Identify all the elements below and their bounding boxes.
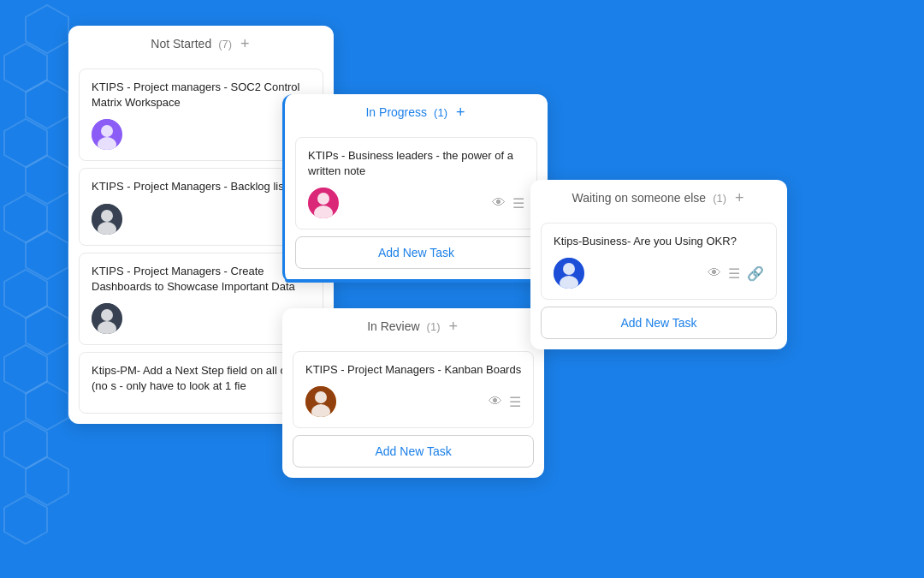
svg-marker-13 [4, 496, 47, 544]
task-title-ns2: KTIPS - Project Managers - Backlog list [92, 179, 311, 194]
column-in-review-add-button[interactable]: + [447, 319, 460, 334]
eye-icon: 👁 [489, 394, 502, 409]
task-footer-ns1: 👁 [92, 119, 311, 150]
svg-point-30 [563, 263, 575, 275]
task-title-ns3: KTIPS - Project Managers - Create Dashbo… [92, 264, 311, 295]
column-in-review-body: KTIPS - Project Managers - Kanban Boards… [282, 344, 544, 478]
column-waiting-count: (1) [713, 192, 726, 205]
progress-bar-accent [285, 279, 548, 283]
task-footer-ir1: 👁 ☰ [305, 386, 521, 417]
avatar-ir1 [305, 386, 336, 417]
task-icons-ir1: 👁 ☰ [489, 394, 521, 410]
link-icon: 🔗 [747, 265, 764, 282]
avatar-ns2 [92, 204, 122, 235]
column-in-progress-count: (1) [434, 106, 447, 119]
column-waiting-add-button[interactable]: + [733, 190, 746, 206]
column-waiting-body: Ktips-Business- Are you Using OKR? 👁 ☰ 🔗 [530, 216, 787, 349]
task-icons-w1: 👁 ☰ 🔗 [708, 265, 764, 282]
column-not-started-add-button[interactable]: + [239, 36, 252, 51]
column-waiting: Waiting on someone else (1) + Ktips-Busi… [530, 180, 787, 349]
avatar-ns3 [92, 303, 122, 334]
column-in-progress-title: In Progress [365, 105, 427, 119]
column-waiting-title: Waiting on someone else [572, 191, 706, 205]
task-title-ns1: KTIPS - Project managers - SOC2 Control … [92, 80, 311, 110]
column-in-progress-add-button[interactable]: + [454, 104, 467, 120]
svg-point-21 [101, 309, 113, 321]
column-in-review: In Review (1) + KTIPS - Project Managers… [282, 308, 544, 478]
task-footer-ns3: 👁 [92, 303, 311, 334]
task-card-ir1: KTIPS - Project Managers - Kanban Boards… [293, 351, 534, 428]
doc-icon: ☰ [728, 265, 740, 282]
column-not-started-title: Not Started [151, 37, 211, 51]
column-not-started-header: Not Started (7) + [68, 26, 334, 62]
eye-icon: 👁 [708, 265, 721, 281]
kanban-board: Not Started (7) + KTIPS - Project manage… [68, 26, 898, 552]
column-in-progress-body: KTIPs - Business leaders - the power of … [285, 130, 548, 279]
avatar-ns1 [92, 119, 122, 150]
task-title-ns4: Ktips-PM- Add a Next Step field on all o… [92, 363, 311, 394]
task-title-ir1: KTIPS - Project Managers - Kanban Boards [305, 362, 521, 378]
column-waiting-header: Waiting on someone else (1) + [530, 180, 787, 216]
column-in-review-header: In Review (1) + [282, 308, 544, 344]
add-task-button-waiting[interactable]: Add New Task [541, 307, 777, 339]
svg-point-18 [101, 210, 113, 222]
column-not-started-count: (7) [218, 38, 232, 51]
doc-icon: ☰ [512, 195, 524, 212]
task-title-ip1: KTIPs - Business leaders - the power of … [308, 148, 524, 179]
column-in-review-title: In Review [367, 319, 419, 333]
avatar-w1 [554, 258, 584, 289]
column-in-review-count: (1) [427, 320, 441, 333]
task-footer-ip1: 👁 ☰ [308, 188, 524, 218]
task-footer-ns2: 👁 [92, 204, 311, 235]
task-title-w1: Ktips-Business- Are you Using OKR? [554, 234, 764, 249]
eye-icon: 👁 [492, 195, 506, 211]
column-in-progress-header: In Progress (1) + [285, 94, 548, 130]
svg-marker-0 [26, 5, 68, 53]
task-icons-ip1: 👁 ☰ [492, 195, 524, 212]
avatar-ip1 [308, 188, 339, 218]
task-card-ip1: KTIPs - Business leaders - the power of … [295, 137, 537, 229]
task-footer-w1: 👁 ☰ 🔗 [554, 258, 764, 289]
column-in-progress: In Progress (1) + KTIPs - Business leade… [282, 94, 548, 283]
doc-icon: ☰ [509, 394, 521, 410]
add-task-button-in-progress[interactable]: Add New Task [295, 236, 537, 269]
svg-point-15 [101, 125, 113, 137]
add-task-button-in-review[interactable]: Add New Task [293, 435, 534, 468]
svg-point-27 [315, 391, 327, 403]
task-card-w1: Ktips-Business- Are you Using OKR? 👁 ☰ 🔗 [541, 223, 777, 300]
svg-point-24 [317, 193, 329, 205]
